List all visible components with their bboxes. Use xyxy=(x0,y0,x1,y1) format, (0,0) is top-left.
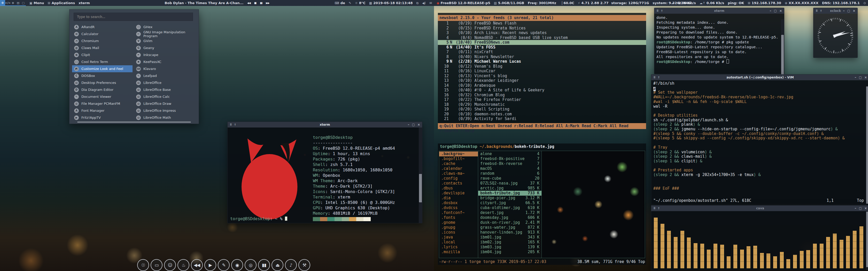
directory-row[interactable]: .devilspie xyxy=(439,191,478,196)
media-stop-button[interactable]: ■ xyxy=(254,2,256,4)
shell-prompt[interactable]: torge@BSDdesktop: ~ % xyxy=(230,216,287,222)
close-button[interactable]: × xyxy=(864,206,867,210)
feed-row[interactable]: 21 (0/39) Activity for Sardi xyxy=(438,116,646,121)
weather-module[interactable]: ☼ 8°C xyxy=(355,1,366,5)
directory-row[interactable]: .dosbox xyxy=(439,201,478,205)
menu-item[interactable]: ✎ Document Viewer xyxy=(72,93,132,100)
feed-row[interactable]: 13 (0/10) Alexander Leidinger xyxy=(438,78,646,83)
feed-row[interactable]: 20 (0/10) daemon-notes.com xyxy=(438,112,646,117)
maximize-button[interactable]: ▢ xyxy=(412,123,415,127)
dock-icon[interactable]: ▶ xyxy=(204,259,216,271)
directory-row[interactable]: .java xyxy=(439,235,478,240)
file-row[interactable]: bridge-pier.jpg 3.12 M xyxy=(478,196,541,201)
minimize-button[interactable]: – xyxy=(855,206,857,210)
window-menu-icon[interactable]: ⠿ xyxy=(653,76,656,79)
dock-icon[interactable]: ◎ xyxy=(245,259,256,271)
nightmode-icon[interactable]: ✎ xyxy=(349,1,351,5)
media-prev-button[interactable]: ◀◀ xyxy=(247,2,250,4)
dock-icon[interactable]: ⚒ xyxy=(299,259,310,271)
directory-row[interactable]: .backgrou~ xyxy=(439,151,478,157)
feed-row[interactable]: 7 (0/11) nixCraft xyxy=(438,49,646,55)
close-button[interactable]: × xyxy=(417,123,420,127)
window-menu-icon[interactable]: ⠿ xyxy=(815,9,818,13)
scrollbar-thumb[interactable] xyxy=(419,174,422,202)
feed-row[interactable]: 16 (0/32) Chromium Blog xyxy=(438,93,646,98)
file-row[interactable]: bokeh-tribute.jpg 733 K xyxy=(478,191,541,196)
dock-icon[interactable]: ☉ xyxy=(137,259,149,271)
scrollbar-track[interactable] xyxy=(419,128,422,223)
dock-icon[interactable]: ♨ xyxy=(178,259,189,271)
file-row[interactable]: hanover-linden.jpg 913 K xyxy=(478,230,541,235)
maximize-button[interactable]: ▢ xyxy=(847,9,850,13)
minimize-button[interactable]: – xyxy=(770,9,771,13)
menu-item[interactable]: ⬡ GHex xyxy=(134,24,194,30)
menu-item[interactable]: ▤ LibreOffice xyxy=(134,79,194,86)
close-button[interactable]: × xyxy=(779,9,782,13)
close-button[interactable]: × xyxy=(864,76,867,79)
menu-item[interactable]: ▥ File Manager PCManFM xyxy=(72,100,132,107)
scrollbar-track[interactable] xyxy=(866,211,868,270)
dock-icon[interactable]: ⏏ xyxy=(272,259,283,271)
menu-item[interactable]: ✎ Leafpad xyxy=(134,72,194,79)
feed-row[interactable]: 12 (0/13) Vincent's blog xyxy=(438,74,646,78)
menu-item[interactable]: ▤ LibreOffice Base xyxy=(134,86,194,93)
feed-row[interactable]: 17 (0/22) The Firefox Frontier xyxy=(438,97,646,102)
mail-tray-icon[interactable]: ✉ xyxy=(429,1,432,5)
directory-row[interactable]: .dbus xyxy=(439,186,478,191)
active-window-title[interactable]: xterm xyxy=(79,1,90,5)
menu-item[interactable]: ▢ Cool Retro Term xyxy=(72,58,132,65)
file-row[interactable]: doomsday.jpg 606 K xyxy=(478,215,541,220)
minimize-button[interactable]: – xyxy=(408,123,409,127)
feed-row[interactable]: 6 N (14/40) It's FOSS xyxy=(438,45,646,50)
workspace-icon[interactable]: ▤ xyxy=(16,0,21,6)
menu-item[interactable]: ▤ LibreOffice Impress xyxy=(134,107,194,114)
dock-icon[interactable]: ▮▮ xyxy=(258,259,270,271)
feed-row[interactable]: 3 (0/10) Arch Linux: Recent news updates xyxy=(438,30,646,35)
shade-icon[interactable]: ↑ xyxy=(234,123,237,127)
menu-item[interactable]: ✒ Inkscape xyxy=(134,52,194,58)
directory-row[interactable]: .lyrics xyxy=(439,245,478,249)
workspace-icon[interactable]: ▢ xyxy=(21,0,26,6)
directory-row[interactable]: .contacts xyxy=(439,181,478,186)
menu-scrollbar[interactable] xyxy=(77,122,191,123)
directory-row[interactable]: .cache xyxy=(439,161,478,166)
shade-icon[interactable]: ↑ xyxy=(820,9,822,13)
maximize-button[interactable]: ▢ xyxy=(859,76,862,79)
shade-icon[interactable]: ↑ xyxy=(661,9,663,13)
feed-row[interactable]: 10 (0/12) Venam's Blog xyxy=(438,64,646,69)
scrollbar-thumb[interactable] xyxy=(781,35,784,77)
menu-item[interactable]: @ Claws Mail xyxy=(72,44,132,52)
file-row[interactable]: grass-water.jpg 872 K xyxy=(478,225,541,230)
directory-row[interactable]: .local xyxy=(439,240,478,245)
feed-row[interactable]: 19 (0/20) Shell Scripting xyxy=(438,107,646,112)
minimize-button[interactable]: – xyxy=(843,9,845,13)
file-row[interactable]: rave-cube 20 xyxy=(478,176,541,181)
feed-row[interactable]: 1 (0/19) FreeBSD News Flash xyxy=(438,21,646,26)
volume-tray-icon[interactable]: ◀) xyxy=(422,1,426,5)
file-row[interactable]: ibm02.jpg 165 K xyxy=(478,240,541,245)
file-row[interactable]: cuba-oldtimer.jpg 610 K xyxy=(478,205,541,210)
directory-row[interactable]: .fonts xyxy=(439,215,478,220)
file-row[interactable]: 07ZLSQ2-nasa.jpg 37 K xyxy=(478,181,541,186)
menu-button[interactable]: ▣ Menu xyxy=(29,1,44,5)
feed-row[interactable]: 15 (0/40) #!0 - A Site of Life & Geekery xyxy=(438,88,646,93)
keyboard-layout[interactable]: ⌨ de xyxy=(335,1,345,5)
feed-row[interactable]: 8 (0/40) Nixers Newsletter xyxy=(438,55,646,59)
dock-icon[interactable]: ◀◀ xyxy=(191,259,203,271)
file-row[interactable]: random 6 xyxy=(478,171,541,176)
directory-row[interactable]: .dia xyxy=(439,196,478,201)
feed-row[interactable]: 14 (0/10) Arabesque xyxy=(438,83,646,88)
workspace-icon[interactable]: ⚙ xyxy=(0,0,5,6)
file-row[interactable]: macOS 4 xyxy=(478,166,541,171)
scrollbar-thumb[interactable] xyxy=(866,87,868,204)
workspace-icon[interactable]: ⊕ xyxy=(10,0,16,6)
directory-row[interactable]: .dvdcss xyxy=(439,205,478,210)
feed-row[interactable]: 18 (0/29) Monochromatic xyxy=(438,102,646,107)
titlebar[interactable]: ⠿ ↑ xterm – ▢ × xyxy=(227,122,422,128)
menu-item[interactable]: ◩ Customize Look and Feel xyxy=(72,65,132,72)
dock-icon[interactable]: ✎ xyxy=(218,259,230,271)
menu-item[interactable]: ▤ Desktop Preferences xyxy=(72,79,132,86)
file-row[interactable]: desert.jpg 1.72 M xyxy=(478,210,541,215)
dock-icon[interactable]: ♪ xyxy=(285,259,297,271)
menu-item[interactable]: V GVim xyxy=(134,37,194,44)
